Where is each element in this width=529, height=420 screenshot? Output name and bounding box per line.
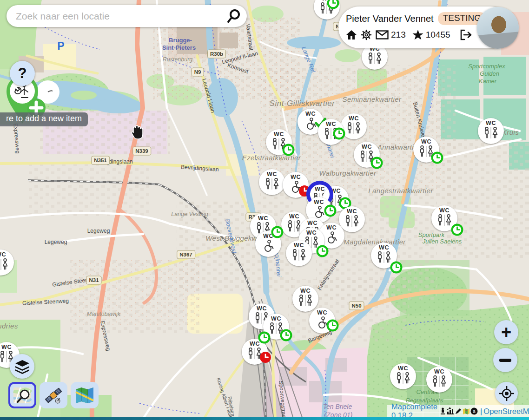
wc-label: WC (317, 310, 327, 316)
osm-map-icon (13, 387, 32, 404)
mail-icon (376, 30, 389, 39)
wc-label: WC (0, 252, 6, 258)
wc-label: WC (349, 116, 359, 122)
wc-marker[interactable]: WC (286, 240, 312, 266)
mapcomplete-app: Brugge-Sint-PietersRustenburgVaartstraat… (0, 0, 529, 420)
help-button[interactable]: ? (10, 61, 35, 86)
map-canvas[interactable]: Brugge-Sint-PietersRustenburgVaartstraat… (0, 0, 529, 420)
wc-marker[interactable]: WC (242, 339, 268, 365)
stars-count: 10455 (426, 30, 450, 40)
wc-label: WC (300, 288, 311, 294)
logout-icon (460, 29, 472, 40)
crosshair-icon (499, 386, 515, 401)
attribution-icons: a (440, 407, 478, 415)
background-layer-switcher (8, 382, 99, 408)
mastodon-icon[interactable]: a (470, 407, 478, 415)
mini-map-icon[interactable] (463, 408, 470, 415)
wc-label: WC (294, 243, 304, 249)
wc-label: WC (326, 121, 336, 127)
wc-label: WC (439, 208, 450, 214)
style-paper-map-button[interactable] (71, 382, 99, 408)
wc-marker[interactable]: WC (341, 113, 367, 139)
wc-label: WC (326, 225, 337, 231)
layers-button[interactable] (10, 354, 34, 379)
wc-marker[interactable]: WC (478, 118, 504, 144)
satellite-icon (44, 386, 63, 405)
settings-button[interactable] (361, 29, 372, 40)
messages-button[interactable] (376, 30, 389, 39)
wc-marker[interactable]: WC (318, 119, 344, 145)
bottom-accent-bar (0, 417, 529, 420)
wc-label: WC (322, 0, 332, 2)
wc-label: WC (486, 120, 496, 126)
logout-button[interactable] (460, 29, 472, 40)
wc-label: WC (307, 220, 317, 226)
search-input[interactable] (15, 10, 225, 22)
wc-label: WC (291, 174, 301, 180)
minus-icon (499, 359, 511, 362)
wc-label: WC (289, 214, 299, 220)
hand-cursor-icon (129, 124, 146, 141)
wc-label: WC (263, 233, 273, 239)
attribution-separator: | (480, 407, 482, 416)
search-icon (226, 9, 241, 24)
wc-label: WC (250, 341, 260, 347)
wc-label: WC (315, 186, 325, 192)
changes-button[interactable] (412, 30, 423, 40)
wc-label: WC (362, 144, 372, 150)
wc-marker[interactable]: WC (413, 137, 439, 163)
gear-icon (361, 29, 372, 40)
home-button[interactable] (346, 30, 357, 40)
wc-marker[interactable]: WC (431, 205, 457, 231)
wc-label: WC (379, 245, 389, 251)
wc-label: WC (258, 216, 268, 222)
search-box (7, 5, 247, 27)
star-icon (412, 30, 423, 40)
add-item-tooltip: re to add a new item (0, 112, 88, 126)
wc-marker-wheelchair[interactable]: WC (283, 172, 309, 198)
layers-icon (14, 359, 30, 374)
wc-marker[interactable]: WC (292, 286, 318, 312)
wc-label: WC (274, 131, 284, 138)
openstreetmap-link[interactable]: OpenStreetMap (483, 407, 529, 416)
wc-marker[interactable]: WC (390, 363, 416, 389)
wc-label: WC (267, 171, 277, 177)
user-avatar[interactable] (477, 7, 519, 49)
wc-label: WC (305, 111, 316, 117)
svg-text:a: a (473, 409, 476, 414)
wc-label: WC (434, 369, 444, 375)
attribution-bar: Mapcomplete 0.18.2 a | OpenStreetMap (387, 405, 529, 417)
wc-label: WC (347, 209, 357, 215)
zoom-in-button[interactable]: + (494, 320, 518, 344)
wc-label: WC (314, 199, 324, 205)
messages-count: 213 (391, 30, 406, 40)
style-osm-carto-button[interactable] (8, 382, 36, 408)
wc-marker-wheelchair[interactable]: WC (309, 308, 335, 334)
search-button[interactable] (225, 8, 242, 25)
wc-label: WC (271, 316, 281, 322)
wc-label: WC (1, 344, 12, 350)
pencil-icon[interactable] (455, 407, 462, 415)
wc-marker[interactable]: WC (259, 169, 285, 195)
statue-icon[interactable] (440, 407, 446, 415)
style-satellite-button[interactable] (40, 382, 67, 408)
wc-label: WC (421, 139, 431, 145)
geolocate-button[interactable] (495, 382, 518, 405)
wc-marker[interactable]: WC (263, 314, 289, 340)
wc-marker[interactable]: WC (339, 206, 365, 232)
wc-marker[interactable]: WC (371, 243, 397, 269)
wc-marker[interactable]: WC (266, 129, 292, 155)
wc-marker[interactable]: WC (354, 142, 380, 168)
folded-map-icon (75, 387, 94, 404)
wc-marker[interactable]: WC (426, 367, 452, 393)
home-icon (346, 30, 357, 40)
wc-label: WC (257, 306, 267, 312)
wc-marker-wheelchair[interactable]: WC (255, 231, 281, 257)
wc-label: WC (331, 188, 341, 194)
wc-label: WC (398, 366, 408, 372)
zoom-out-button[interactable] (493, 348, 517, 372)
user-name: Pieter Vander Vennet (346, 13, 434, 24)
statistics-icon[interactable] (446, 407, 454, 415)
wc-label: WC (306, 230, 317, 236)
